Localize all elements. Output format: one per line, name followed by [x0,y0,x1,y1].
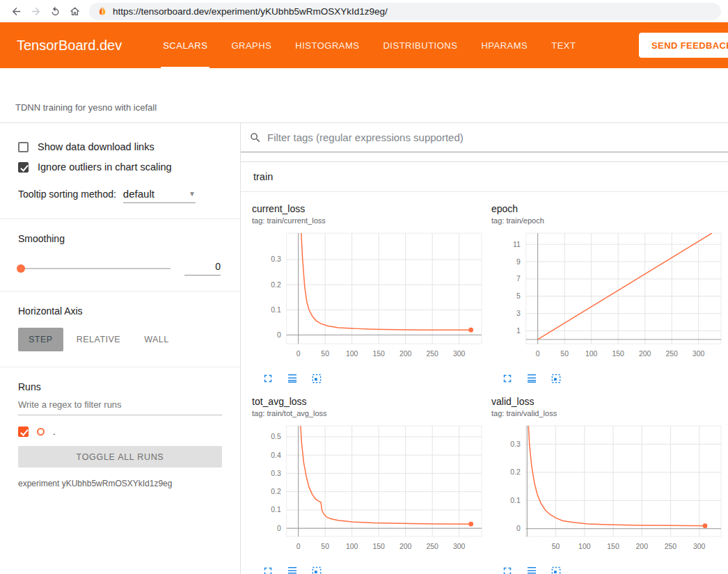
ignore-outliers-row[interactable]: Ignore outliers in chart scaling [18,161,222,173]
sidebar-divider [0,367,240,367]
maximize-icon[interactable] [262,372,274,385]
ignore-outliers-checkbox[interactable] [18,162,29,173]
svg-text:300: 300 [453,350,466,358]
run-color-swatch [37,428,45,436]
run-row[interactable]: . [18,426,222,437]
svg-text:200: 200 [636,543,649,550]
svg-text:100: 100 [585,350,598,358]
svg-text:0.5: 0.5 [271,433,281,440]
settings-sidebar: Show data download links Ignore outliers… [0,123,241,574]
forward-icon[interactable] [26,2,45,20]
tab-scalars[interactable]: SCALARS [151,22,219,68]
svg-text:100: 100 [346,350,358,358]
chart-card-tot-avg-loss: tot_avg_loss tag: train/tot_avg_loss 050… [252,396,491,574]
reload-icon[interactable] [46,2,64,20]
axis-wall-button[interactable]: WALL [134,328,180,351]
chart-title: current_loss [252,203,491,214]
svg-text:0: 0 [536,350,540,358]
tab-text[interactable]: TEXT [539,22,587,68]
svg-text:0.4: 0.4 [271,452,281,459]
back-icon[interactable] [7,2,25,20]
smoothing-row: 0 [18,261,221,276]
fit-domain-icon[interactable] [550,372,562,385]
show-download-links-row[interactable]: Show data download links [18,141,222,152]
smoothing-slider-thumb[interactable] [17,264,25,273]
tooltip-sorting-row: Tooltip sorting method: default ▼ [18,188,222,203]
line-chart-current-loss[interactable]: 05010015020025030000.10.20.3 [252,229,487,367]
address-bar[interactable]: https://tensorboard.dev/experiment/yKUbh… [89,3,721,20]
y-log-scale-icon[interactable] [286,372,299,385]
show-download-links-checkbox[interactable] [18,142,29,152]
svg-text:0: 0 [516,525,521,532]
svg-text:250: 250 [665,350,678,358]
chart-card-current-loss: current_loss tag: train/current_loss 050… [252,203,491,385]
line-chart-valid-loss[interactable]: 5010015020025030000.10.20.3 [491,422,727,560]
svg-text:0: 0 [277,331,281,339]
chart-title: valid_loss [491,396,728,407]
experiment-id-label: experiment yKUbhb5wRmOSXYkId1z9eg [18,479,222,488]
tag-group-card: train current_loss tag: train/current_lo… [241,161,728,574]
experiment-description: TDNN training for yesno with icefall [15,102,157,113]
ignore-outliers-label: Ignore outliers in chart scaling [38,161,172,173]
tag-filter-row [241,123,728,152]
tab-hparams[interactable]: HPARAMS [469,22,539,68]
axis-relative-button[interactable]: RELATIVE [66,328,132,351]
smoothing-value-input[interactable]: 0 [184,261,221,276]
maximize-icon[interactable] [262,565,274,574]
tooltip-sorting-select[interactable]: default ▼ [123,188,196,203]
tooltip-sorting-label: Tooltip sorting method: [18,189,116,200]
y-log-scale-icon[interactable] [525,372,538,385]
svg-text:50: 50 [321,350,329,358]
chart-toolbar [491,367,728,385]
send-feedback-button[interactable]: SEND FEEDBACK [639,33,728,58]
chart-toolbar [252,367,491,385]
smoothing-slider[interactable] [18,268,171,269]
svg-text:0.3: 0.3 [271,255,281,263]
maximize-icon[interactable] [501,565,514,574]
line-chart-tot-avg-loss[interactable]: 05010015020025030000.10.20.30.40.5 [252,422,487,560]
svg-text:11: 11 [513,241,521,248]
svg-text:0.1: 0.1 [271,306,281,314]
axis-step-button[interactable]: STEP [18,328,63,351]
svg-text:200: 200 [399,543,412,550]
run-checkbox[interactable] [18,426,29,437]
tag-group-header[interactable]: train [241,162,728,192]
svg-text:100: 100 [578,543,591,550]
runs-filter-input[interactable] [18,392,222,415]
tab-histograms[interactable]: HISTOGRAMS [283,22,371,68]
chart-title: epoch [491,203,728,214]
tab-distributions[interactable]: DISTRIBUTIONS [371,22,469,68]
tab-graphs[interactable]: GRAPHS [219,22,283,68]
url-text[interactable]: https://tensorboard.dev/experiment/yKUbh… [113,6,388,17]
chart-tag: tag: train/valid_loss [491,409,728,417]
svg-text:300: 300 [453,543,466,550]
y-log-scale-icon[interactable] [525,565,538,574]
svg-text:7: 7 [516,275,521,282]
app-logo: TensorBoard.dev [17,38,122,54]
fit-domain-icon[interactable] [550,565,562,574]
svg-text:300: 300 [693,543,706,550]
toggle-all-runs-button[interactable]: TOGGLE ALL RUNS [18,446,222,468]
svg-text:250: 250 [426,543,438,550]
tag-filter-input[interactable] [267,131,725,143]
content: Show data download links Ignore outliers… [0,123,728,574]
smoothing-label: Smoothing [18,233,222,244]
browser-chrome: https://tensorboard.dev/experiment/yKUbh… [0,0,728,22]
home-icon[interactable] [65,2,84,20]
fit-domain-icon[interactable] [310,372,323,385]
line-chart-epoch[interactable]: 0501001502002503001357911 [491,229,727,367]
svg-text:250: 250 [426,350,438,358]
svg-text:5: 5 [516,292,521,300]
chart-tag: tag: train/tot_avg_loss [252,409,491,417]
fit-domain-icon[interactable] [310,565,323,574]
search-icon [249,131,262,144]
svg-text:150: 150 [607,543,619,550]
sidebar-divider [0,218,240,219]
y-log-scale-icon[interactable] [286,565,299,574]
svg-text:50: 50 [560,350,569,358]
maximize-icon[interactable] [501,372,514,385]
svg-text:250: 250 [665,543,677,550]
svg-text:0.2: 0.2 [271,488,281,495]
chart-toolbar [252,560,491,574]
chart-card-valid-loss: valid_loss tag: train/valid_loss 5010015… [491,396,728,574]
